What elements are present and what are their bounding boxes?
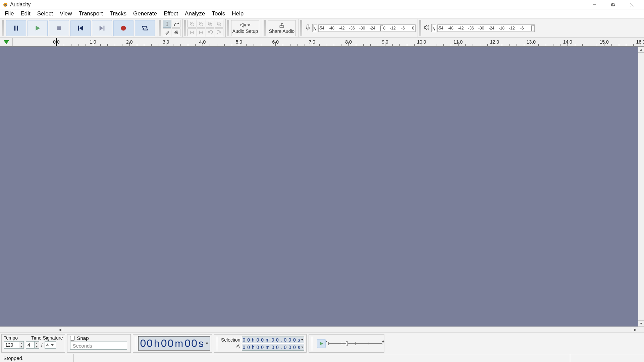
meter-slider-thumb[interactable]: [531, 25, 534, 31]
statusbar: Stopped.: [0, 354, 644, 362]
zoom-out-button[interactable]: [197, 20, 205, 28]
stop-button[interactable]: [49, 20, 69, 36]
grip-icon[interactable]: [311, 337, 313, 350]
horizontal-scrollbar[interactable]: ◀ ▶: [0, 326, 644, 333]
loop-button[interactable]: [135, 20, 155, 36]
skip-start-button[interactable]: [70, 20, 91, 36]
slider-thumb[interactable]: [346, 341, 348, 346]
draw-tool-button[interactable]: [163, 28, 171, 36]
multi-tool-button[interactable]: [172, 28, 180, 36]
skip-end-button[interactable]: [92, 20, 112, 36]
close-button[interactable]: [623, 0, 641, 9]
menu-transport[interactable]: Transport: [75, 9, 106, 18]
timeline-ruler[interactable]: 0.01.02.03.04.05.06.07.08.09.010.011.012…: [0, 38, 644, 47]
grip-icon[interactable]: [227, 20, 229, 36]
menubar: FileEditSelectViewTransportTracksGenerat…: [0, 9, 644, 18]
sig-numerator-input[interactable]: ▲▼: [26, 341, 39, 349]
grip-icon[interactable]: [300, 20, 302, 36]
envelope-tool-button[interactable]: [172, 20, 180, 28]
meter-slider-thumb[interactable]: [380, 25, 383, 31]
current-time-display[interactable]: 00 h 00 m 00 s: [138, 336, 210, 351]
menu-help[interactable]: Help: [228, 9, 247, 18]
redo-button[interactable]: [215, 28, 223, 36]
pause-button[interactable]: [6, 20, 26, 36]
maximize-button[interactable]: [604, 0, 623, 9]
ruler-controls[interactable]: [0, 38, 13, 46]
grip-icon[interactable]: [216, 337, 218, 350]
share-audio-button[interactable]: Share Audio: [268, 20, 296, 36]
svg-rect-9: [57, 26, 61, 30]
selection-end-time[interactable]: 0 0 h 0 0 m 0 0 . 0 0 0 s: [242, 344, 304, 351]
grip-icon[interactable]: [419, 20, 421, 36]
svg-point-19: [177, 23, 178, 24]
menu-tracks[interactable]: Tracks: [106, 9, 130, 18]
grip-icon[interactable]: [135, 337, 137, 350]
status-message: [74, 354, 570, 362]
audio-setup-label: Audio Setup: [232, 28, 258, 34]
snap-checkbox[interactable]: [70, 336, 75, 341]
menu-select[interactable]: Select: [34, 9, 56, 18]
grip-icon[interactable]: [264, 20, 266, 36]
window-title: Audacity: [10, 2, 31, 8]
transport-group: [1, 19, 157, 37]
fit-selection-button[interactable]: [206, 20, 214, 28]
tempo-label: Tempo: [4, 335, 18, 341]
fit-project-button[interactable]: [215, 20, 223, 28]
microphone-icon[interactable]: [305, 24, 311, 32]
tempo-input[interactable]: ▲▼: [4, 341, 24, 349]
grip-icon[interactable]: [2, 20, 4, 36]
gear-icon[interactable]: [236, 344, 240, 350]
spin-up-icon[interactable]: ▲: [19, 342, 23, 345]
menu-analyze[interactable]: Analyze: [181, 9, 208, 18]
scroll-down-icon[interactable]: ▼: [638, 320, 644, 326]
svg-rect-7: [17, 25, 18, 31]
menu-generate[interactable]: Generate: [130, 9, 160, 18]
trim-button[interactable]: [187, 28, 196, 36]
recording-meter[interactable]: -54-48-42-36-30-24-18-12-60: [318, 24, 416, 32]
svg-marker-51: [320, 342, 323, 345]
playhead-line[interactable]: [56, 38, 57, 46]
selection-start-time[interactable]: 0 0 h 0 0 m 0 0 . 0 0 0 s: [242, 337, 304, 343]
spin-down-icon[interactable]: ▼: [19, 345, 23, 348]
scroll-up-icon[interactable]: ▲: [638, 47, 644, 53]
speaker-icon: [240, 22, 247, 28]
playback-speed-slider[interactable]: - +: [328, 340, 382, 347]
scroll-left-icon[interactable]: ◀: [57, 327, 63, 333]
zoom-in-button[interactable]: [187, 20, 196, 28]
time-panel: 00 h 00 m 00 s: [133, 334, 212, 353]
menu-file[interactable]: File: [1, 9, 17, 18]
play-button[interactable]: [28, 20, 48, 36]
speaker-icon[interactable]: [424, 24, 430, 32]
chevron-down-icon: [248, 24, 250, 26]
svg-rect-6: [14, 25, 16, 31]
snap-unit-select[interactable]: Seconds: [70, 342, 127, 350]
silence-button[interactable]: [197, 28, 205, 36]
scroll-right-icon[interactable]: ▶: [632, 327, 638, 333]
play-at-speed-button[interactable]: [317, 339, 326, 348]
menu-view[interactable]: View: [56, 9, 75, 18]
app-logo-icon: [3, 2, 8, 7]
audio-setup-button[interactable]: Audio Setup: [231, 20, 259, 36]
minimize-button[interactable]: [585, 0, 604, 9]
sig-denominator-select[interactable]: 4: [45, 341, 56, 349]
undo-button[interactable]: [206, 28, 214, 36]
svg-rect-13: [104, 25, 105, 31]
share-audio-label: Share Audio: [269, 28, 294, 34]
svg-rect-3: [612, 3, 615, 5]
selection-tool-button[interactable]: [163, 20, 171, 28]
vertical-scrollbar[interactable]: ▲ ▼: [638, 47, 644, 326]
grip-icon[interactable]: [184, 20, 186, 36]
record-button[interactable]: [113, 20, 133, 36]
slash-label: /: [41, 342, 43, 348]
menu-edit[interactable]: Edit: [17, 9, 34, 18]
menu-tools[interactable]: Tools: [209, 9, 229, 18]
zoom-group: [182, 19, 225, 37]
menu-effect[interactable]: Effect: [160, 9, 181, 18]
grip-icon[interactable]: [159, 20, 161, 36]
spin-up-icon[interactable]: ▲: [34, 342, 39, 345]
svg-point-31: [208, 22, 211, 25]
playback-meter[interactable]: -54-48-42-36-30-24-18-12-60: [437, 24, 535, 32]
svg-point-14: [121, 25, 126, 31]
track-canvas[interactable]: [0, 47, 638, 326]
spin-down-icon[interactable]: ▼: [34, 345, 39, 348]
